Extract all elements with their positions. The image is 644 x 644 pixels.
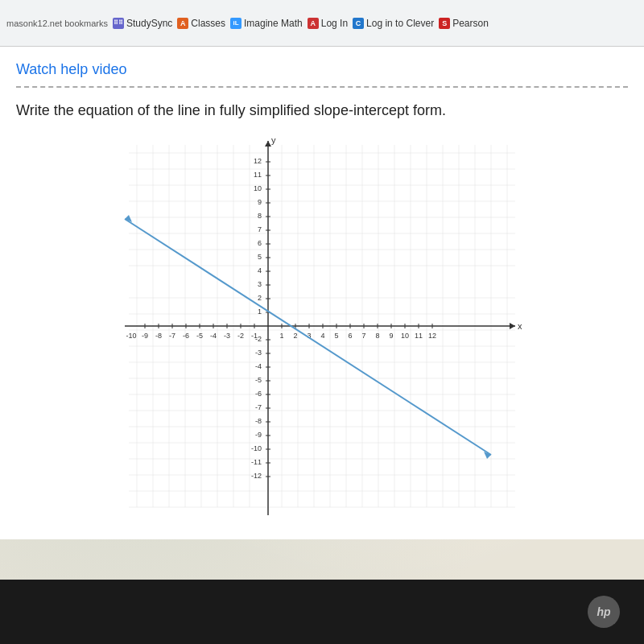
x-axis-label: x bbox=[518, 321, 522, 331]
svg-text:-8: -8 bbox=[155, 332, 162, 340]
clever-label: Log in to Clever bbox=[366, 18, 434, 29]
tick-marks bbox=[145, 162, 432, 477]
svg-text:8: 8 bbox=[258, 212, 262, 220]
svg-text:-8: -8 bbox=[255, 417, 262, 425]
svg-text:3: 3 bbox=[258, 280, 262, 288]
classes-bookmark[interactable]: A Classes bbox=[177, 18, 225, 29]
question-text: Write the equation of the line in fully … bbox=[16, 101, 628, 121]
imagine-label: Imagine Math bbox=[244, 18, 303, 29]
studysync-icon: ⠿⠿ bbox=[113, 18, 124, 29]
svg-text:-4: -4 bbox=[210, 332, 217, 340]
svg-text:-3: -3 bbox=[224, 332, 230, 340]
imagine-icon: iL bbox=[230, 18, 242, 29]
bookmarks-text: masonk12.net bookmarks bbox=[6, 19, 108, 28]
svg-text:9: 9 bbox=[389, 332, 393, 340]
svg-text:10: 10 bbox=[254, 184, 262, 192]
svg-text:2: 2 bbox=[258, 294, 262, 302]
classes-label: Classes bbox=[191, 18, 225, 29]
svg-text:-7: -7 bbox=[255, 403, 262, 411]
svg-text:-7: -7 bbox=[169, 332, 175, 340]
svg-text:-2: -2 bbox=[237, 332, 244, 340]
svg-text:-12: -12 bbox=[251, 472, 262, 480]
pearson-label: Pearson bbox=[452, 18, 489, 29]
svg-text:12: 12 bbox=[428, 332, 436, 340]
svg-text:-10: -10 bbox=[251, 444, 262, 452]
studysync-label: StudySync bbox=[126, 18, 172, 29]
svg-text:-9: -9 bbox=[142, 332, 148, 340]
login-bookmark[interactable]: A Log In bbox=[308, 18, 348, 29]
svg-text:1: 1 bbox=[258, 308, 262, 316]
svg-text:9: 9 bbox=[258, 198, 262, 206]
svg-text:-5: -5 bbox=[255, 376, 262, 384]
bookmarks-label: masonk12.net bookmarks bbox=[6, 19, 108, 28]
page-white: Watch help video Write the equation of t… bbox=[0, 47, 644, 539]
imagine-bookmark[interactable]: iL Imagine Math bbox=[230, 18, 303, 29]
studysync-bookmark[interactable]: ⠿⠿ StudySync bbox=[113, 18, 172, 29]
svg-text:5: 5 bbox=[258, 253, 262, 261]
svg-text:-3: -3 bbox=[255, 349, 262, 357]
svg-text:11: 11 bbox=[254, 171, 262, 179]
svg-text:-2: -2 bbox=[255, 335, 262, 343]
graph-container: x y 1 2 3 4 5 6 7 8 9 10 11 12 -1 -2 -3 … bbox=[121, 137, 523, 523]
svg-text:6: 6 bbox=[258, 239, 262, 247]
svg-text:-5: -5 bbox=[196, 332, 203, 340]
login-icon: A bbox=[308, 18, 319, 29]
svg-text:-6: -6 bbox=[183, 332, 189, 340]
pearson-bookmark[interactable]: S Pearson bbox=[439, 18, 489, 29]
svg-text:4: 4 bbox=[258, 266, 262, 275]
svg-text:-9: -9 bbox=[255, 431, 262, 439]
laptop-frame-bar: hp bbox=[0, 580, 644, 644]
svg-text:11: 11 bbox=[415, 332, 423, 340]
svg-text:4: 4 bbox=[320, 332, 324, 340]
clever-icon: C bbox=[353, 18, 364, 29]
page-content: Watch help video Write the equation of t… bbox=[0, 47, 644, 644]
svg-text:7: 7 bbox=[258, 225, 262, 233]
svg-text:7: 7 bbox=[361, 332, 365, 340]
clever-bookmark[interactable]: C Log in to Clever bbox=[353, 18, 434, 29]
svg-text:8: 8 bbox=[375, 332, 379, 340]
svg-text:-6: -6 bbox=[255, 390, 262, 398]
svg-text:5: 5 bbox=[334, 332, 338, 340]
y-axis-arrow bbox=[265, 141, 271, 147]
watch-help-link[interactable]: Watch help video bbox=[16, 55, 628, 88]
login-label: Log In bbox=[321, 18, 348, 29]
svg-text:12: 12 bbox=[254, 157, 262, 165]
svg-text:-10: -10 bbox=[126, 332, 136, 340]
y-axis-label: y bbox=[271, 137, 276, 145]
hp-logo: hp bbox=[588, 596, 620, 628]
x-axis-arrow bbox=[510, 323, 515, 329]
browser-toolbar: masonk12.net bookmarks ⠿⠿ StudySync A Cl… bbox=[0, 0, 644, 47]
classes-icon: A bbox=[177, 18, 188, 29]
svg-text:2: 2 bbox=[293, 332, 297, 340]
svg-text:-11: -11 bbox=[251, 458, 262, 466]
svg-text:1: 1 bbox=[279, 332, 283, 340]
coordinate-graph: x y 1 2 3 4 5 6 7 8 9 10 11 12 -1 -2 -3 … bbox=[121, 137, 523, 523]
svg-text:-4: -4 bbox=[255, 362, 262, 370]
svg-text:10: 10 bbox=[401, 332, 409, 340]
svg-text:6: 6 bbox=[348, 332, 352, 340]
pearson-icon: S bbox=[439, 18, 450, 29]
